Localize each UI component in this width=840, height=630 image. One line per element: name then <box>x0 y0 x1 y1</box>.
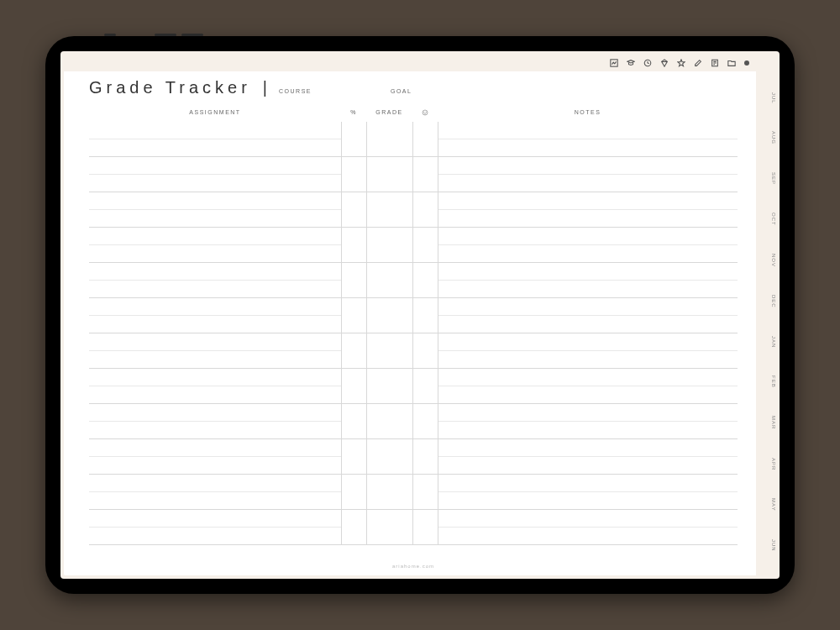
star-icon[interactable] <box>677 55 685 71</box>
cell-pct[interactable] <box>341 333 366 368</box>
cell-assign[interactable] <box>89 298 341 333</box>
table-row[interactable] <box>89 228 738 263</box>
grid[interactable] <box>89 122 738 560</box>
table-row[interactable] <box>89 369 738 404</box>
month-tab-sep[interactable]: SEP <box>756 172 776 185</box>
month-tab-aug[interactable]: AUG <box>756 131 776 144</box>
cell-face[interactable] <box>412 439 438 474</box>
tablet-buttons <box>104 34 205 37</box>
cell-grade[interactable] <box>366 298 412 333</box>
cell-pct[interactable] <box>341 510 366 544</box>
cell-face[interactable] <box>412 333 438 368</box>
table-row[interactable] <box>89 333 738 369</box>
cell-assign[interactable] <box>89 122 341 156</box>
table-row[interactable] <box>89 404 738 439</box>
table-row[interactable] <box>89 157 738 192</box>
table-row[interactable] <box>89 122 738 157</box>
cell-notes[interactable] <box>438 157 738 192</box>
cell-grade[interactable] <box>366 157 412 192</box>
cell-pct[interactable] <box>341 369 366 403</box>
cell-pct[interactable] <box>341 475 366 509</box>
month-tab-jul[interactable]: JUL <box>756 92 776 104</box>
clock-icon[interactable] <box>643 55 652 71</box>
cell-notes[interactable] <box>438 369 738 403</box>
table-row[interactable] <box>89 263 738 298</box>
cell-face[interactable] <box>412 228 438 262</box>
cell-assign[interactable] <box>89 510 341 544</box>
cell-face[interactable] <box>412 122 438 156</box>
col-notes: NOTES <box>438 109 738 117</box>
cell-pct[interactable] <box>341 439 366 474</box>
cell-assign[interactable] <box>89 157 341 192</box>
cell-face[interactable] <box>412 192 438 227</box>
cell-notes[interactable] <box>438 192 738 227</box>
cell-grade[interactable] <box>366 192 412 227</box>
cell-assign[interactable] <box>89 404 341 438</box>
month-tab-jun[interactable]: JUN <box>756 539 776 552</box>
table-row[interactable] <box>89 510 738 545</box>
cell-notes[interactable] <box>438 475 738 509</box>
cell-face[interactable] <box>412 298 438 333</box>
cell-assign[interactable] <box>89 333 341 368</box>
education-icon[interactable] <box>627 55 635 71</box>
footer: ariahome.com <box>89 560 738 570</box>
cell-notes[interactable] <box>438 439 738 474</box>
cell-pct[interactable] <box>341 122 366 156</box>
table-row[interactable] <box>89 298 738 333</box>
cell-notes[interactable] <box>438 333 738 368</box>
month-tab-may[interactable]: MAY <box>756 498 776 512</box>
month-tab-mar[interactable]: MAR <box>756 416 776 429</box>
cell-grade[interactable] <box>366 475 412 509</box>
diamond-icon[interactable] <box>660 55 669 71</box>
cell-face[interactable] <box>412 263 438 297</box>
cell-assign[interactable] <box>89 192 341 227</box>
table-row[interactable] <box>89 439 738 475</box>
month-tab-nov[interactable]: NOV <box>756 254 776 267</box>
cell-grade[interactable] <box>366 333 412 368</box>
cell-face[interactable] <box>412 510 438 544</box>
month-tab-jan[interactable]: JAN <box>756 336 776 348</box>
cell-pct[interactable] <box>341 157 366 192</box>
cell-grade[interactable] <box>366 510 412 544</box>
cell-assign[interactable] <box>89 369 341 403</box>
cell-assign[interactable] <box>89 475 341 509</box>
cell-face[interactable] <box>412 157 438 192</box>
title-divider: | <box>263 78 267 97</box>
cell-grade[interactable] <box>366 122 412 156</box>
cell-pct[interactable] <box>341 404 366 438</box>
note-icon[interactable] <box>711 55 719 71</box>
cell-assign[interactable] <box>89 263 341 297</box>
cell-notes[interactable] <box>438 122 738 156</box>
cell-grade[interactable] <box>366 369 412 403</box>
folder-icon[interactable] <box>727 55 736 71</box>
table-row[interactable] <box>89 475 738 510</box>
cell-grade[interactable] <box>366 263 412 297</box>
chart-icon[interactable] <box>610 55 618 71</box>
table-row[interactable] <box>89 192 738 228</box>
cell-notes[interactable] <box>438 404 738 438</box>
cell-notes[interactable] <box>438 263 738 297</box>
cell-face[interactable] <box>412 475 438 509</box>
cell-grade[interactable] <box>366 228 412 262</box>
cell-pct[interactable] <box>341 298 366 333</box>
cell-pct[interactable] <box>341 263 366 297</box>
col-percent: % <box>341 109 366 117</box>
edit-icon[interactable] <box>694 55 702 71</box>
cell-face[interactable] <box>412 369 438 403</box>
cell-assign[interactable] <box>89 439 341 474</box>
cell-pct[interactable] <box>341 192 366 227</box>
cell-grade[interactable] <box>366 439 412 474</box>
cell-notes[interactable] <box>438 510 738 544</box>
cell-notes[interactable] <box>438 228 738 262</box>
month-tab-feb[interactable]: FEB <box>756 375 776 388</box>
cell-assign[interactable] <box>89 228 341 262</box>
month-tab-apr[interactable]: APR <box>756 458 776 470</box>
cell-notes[interactable] <box>438 298 738 333</box>
month-tab-oct[interactable]: OCT <box>756 213 776 226</box>
month-tab-dec[interactable]: DEC <box>756 295 776 308</box>
dot-icon[interactable] <box>744 60 749 66</box>
cell-face[interactable] <box>412 404 438 438</box>
cell-grade[interactable] <box>366 404 412 438</box>
screen: Grade Tracker | COURSE GOAL ASSIGNMENT %… <box>60 51 780 579</box>
cell-pct[interactable] <box>341 228 366 262</box>
